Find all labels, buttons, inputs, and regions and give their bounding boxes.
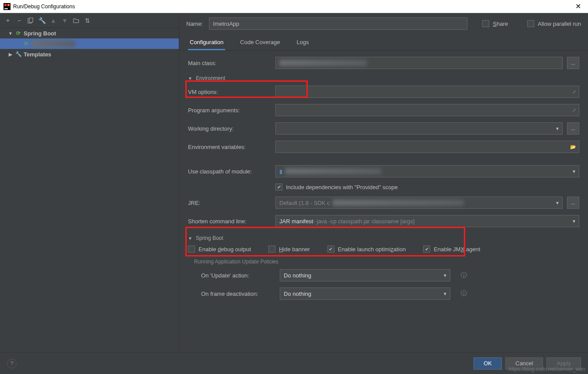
- main-class-label: Main class:: [188, 60, 271, 66]
- jre-select[interactable]: Default (1.8 - SDK c▼: [275, 197, 563, 209]
- config-name-redacted: [31, 41, 75, 47]
- expand-icon[interactable]: ⤢: [572, 107, 576, 113]
- tree-node-templates[interactable]: ▶ 🔧 Templates: [0, 49, 179, 59]
- sidebar-toolbar: ＋ − 🔧 ▲ ▼ ⇅: [0, 13, 179, 28]
- browse-working-dir-button[interactable]: ...: [567, 122, 579, 135]
- program-arguments-label: Program arguments:: [188, 107, 271, 114]
- tabs: Configuration Code Coverage Logs: [179, 34, 588, 51]
- expand-arrow-icon: ▼: [8, 31, 13, 36]
- env-vars-label: Environment variables:: [188, 144, 271, 150]
- window-title: Run/Debug Configurations: [13, 3, 572, 10]
- move-down-button[interactable]: ▼: [61, 17, 68, 24]
- content-panel: Name: SSharehare Allow parallel run Conf…: [179, 13, 588, 352]
- svg-rect-2: [7, 4, 10, 6]
- sidebar: ＋ − 🔧 ▲ ▼ ⇅ ▼ ⟳ Spring Boot ⟳ ▶ 🔧 Templa…: [0, 13, 179, 352]
- help-button[interactable]: ?: [7, 359, 17, 368]
- svg-rect-5: [29, 18, 33, 22]
- main-class-input[interactable]: [275, 57, 563, 69]
- move-up-button[interactable]: ▲: [50, 17, 57, 24]
- working-directory-input[interactable]: ▼: [275, 122, 563, 135]
- tree-node-spring-boot[interactable]: ▼ ⟳ Spring Boot: [0, 28, 179, 38]
- browse-main-class-button[interactable]: ...: [567, 57, 579, 69]
- svg-rect-1: [4, 4, 7, 6]
- working-directory-label: Working directory:: [188, 125, 271, 132]
- on-frame-select[interactable]: Do nothing▼: [280, 287, 450, 300]
- allow-parallel-checkbox[interactable]: Allow parallel run: [527, 20, 581, 27]
- close-icon[interactable]: ✕: [572, 2, 585, 10]
- vm-options-input[interactable]: ⤢: [275, 86, 579, 98]
- on-frame-label: On frame deactivation:: [201, 291, 275, 297]
- sort-button[interactable]: ⇅: [84, 17, 91, 24]
- help-icon[interactable]: ⓘ: [461, 290, 467, 298]
- vm-options-label: VM options:: [188, 89, 271, 95]
- share-checkbox[interactable]: SSharehare: [482, 20, 508, 27]
- module-icon: ▮: [279, 168, 282, 175]
- use-classpath-label: Use classpath of module:: [188, 168, 271, 175]
- edit-defaults-button[interactable]: 🔧: [38, 17, 45, 24]
- tree-label: Spring Boot: [24, 30, 56, 37]
- footer: ? OK Cancel Apply: [0, 352, 588, 374]
- chevron-down-icon[interactable]: ▼: [443, 291, 447, 296]
- tab-configuration[interactable]: Configuration: [188, 35, 225, 50]
- env-vars-input[interactable]: 📂: [275, 141, 579, 153]
- chevron-down-icon[interactable]: ▼: [572, 219, 576, 224]
- chevron-down-icon[interactable]: ▼: [555, 126, 560, 131]
- enable-debug-checkbox[interactable]: Enable debug output: [188, 246, 251, 253]
- chevron-down-icon[interactable]: ▼: [572, 169, 576, 174]
- running-policies-header: Running Application Update Policies: [194, 259, 579, 265]
- spring-boot-section-header[interactable]: ▼ Spring Boot: [188, 235, 579, 241]
- config-tree[interactable]: ▼ ⟳ Spring Boot ⟳ ▶ 🔧 Templates: [0, 28, 179, 352]
- enable-jmx-checkbox[interactable]: Enable JMX agent: [423, 246, 480, 253]
- collapse-arrow-icon: ▼: [188, 236, 192, 241]
- browse-jre-button[interactable]: ...: [567, 197, 579, 209]
- chevron-down-icon[interactable]: ▼: [443, 273, 447, 278]
- jre-label: JRE:: [188, 200, 271, 206]
- expand-arrow-icon: ▶: [8, 52, 13, 57]
- hide-banner-checkbox[interactable]: Hide banner: [268, 246, 310, 253]
- environment-section-header[interactable]: ▼ Environment: [188, 75, 579, 81]
- name-input[interactable]: [209, 17, 467, 30]
- expand-icon[interactable]: ⤢: [572, 89, 576, 95]
- program-arguments-input[interactable]: ⤢: [275, 104, 579, 116]
- include-provided-checkbox[interactable]: Include dependencies with "Provided" sco…: [275, 184, 398, 190]
- tab-code-coverage[interactable]: Code Coverage: [238, 35, 282, 50]
- remove-button[interactable]: −: [16, 17, 23, 24]
- ok-button[interactable]: OK: [473, 357, 502, 370]
- help-icon[interactable]: ⓘ: [461, 271, 467, 279]
- use-classpath-select[interactable]: ▮▼: [275, 165, 579, 177]
- chevron-down-icon[interactable]: ▼: [555, 201, 560, 205]
- collapse-arrow-icon: ▼: [188, 76, 192, 81]
- enable-launch-opt-checkbox[interactable]: Enable launch optimization: [327, 246, 406, 253]
- on-update-label: On 'Update' action:: [201, 272, 275, 279]
- spring-boot-icon: ⟳: [23, 40, 30, 47]
- copy-button[interactable]: [27, 17, 34, 24]
- watermark: https://blog.csdn.net/senver_wen: [509, 366, 585, 372]
- app-icon: [3, 3, 10, 10]
- tab-logs[interactable]: Logs: [295, 35, 310, 50]
- shorten-cmd-label: Shorten command line:: [188, 218, 271, 225]
- svg-rect-3: [4, 8, 8, 9]
- tree-node-selected-config[interactable]: ⟳: [0, 38, 179, 49]
- configuration-form: Main class: ... ▼ Environment VM options…: [179, 51, 588, 352]
- name-label: Name:: [186, 21, 203, 27]
- spring-boot-icon: ⟳: [15, 30, 22, 37]
- title-bar: Run/Debug Configurations ✕: [0, 0, 588, 13]
- add-button[interactable]: ＋: [4, 17, 11, 24]
- on-update-select[interactable]: Do nothing▼: [280, 269, 450, 281]
- save-folder-button[interactable]: [73, 17, 80, 24]
- shorten-cmd-select[interactable]: JAR manifest - java -cp classpath.jar cl…: [275, 215, 579, 227]
- tree-label: Templates: [24, 51, 51, 58]
- folder-icon[interactable]: 📂: [570, 144, 576, 150]
- wrench-icon: 🔧: [15, 51, 22, 58]
